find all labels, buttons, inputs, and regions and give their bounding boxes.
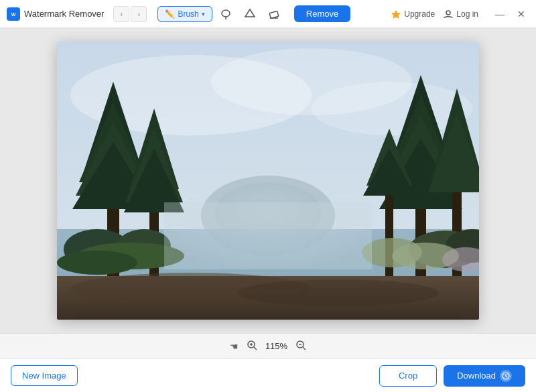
window-controls: — ✕ — [492, 6, 529, 22]
toolbar-tools: ✏️ Brush ▾ — [157, 5, 284, 23]
forward-button[interactable]: › — [131, 6, 147, 22]
upgrade-button[interactable]: Upgrade — [391, 9, 435, 19]
svg-marker-6 — [391, 10, 401, 19]
svg-line-55 — [303, 347, 306, 350]
svg-point-2 — [222, 10, 230, 17]
remove-button[interactable]: Remove — [294, 5, 350, 22]
svg-point-7 — [446, 11, 450, 15]
download-button[interactable]: Download — [444, 365, 525, 387]
zoom-level: 115% — [265, 341, 287, 351]
titlebar: W Watermark Remover ‹ › ✏️ Brush ▾ — [0, 0, 536, 28]
polygon-tool-button[interactable] — [239, 5, 261, 23]
landscape-image — [57, 42, 479, 320]
zoom-out-icon[interactable] — [295, 340, 306, 352]
eraser-tool-button[interactable] — [263, 5, 285, 23]
back-button[interactable]: ‹ — [113, 6, 129, 22]
close-button[interactable]: ✕ — [513, 6, 529, 22]
svg-rect-49 — [164, 202, 372, 269]
nav-arrows: ‹ › — [113, 6, 147, 22]
bottom-right-actions: Crop Download — [379, 365, 525, 387]
main-canvas-area[interactable] — [0, 28, 536, 333]
brush-dropdown-icon: ▾ — [202, 11, 205, 17]
download-clock-icon — [500, 370, 512, 382]
app-title: Watermark Remover — [24, 9, 104, 19]
svg-point-45 — [57, 251, 137, 275]
titlebar-right: Upgrade Log in — ✕ — [391, 6, 529, 22]
new-image-button[interactable]: New Image — [11, 365, 78, 386]
user-icon — [443, 9, 454, 19]
upgrade-icon — [391, 9, 401, 19]
svg-text:W: W — [11, 12, 16, 17]
svg-line-51 — [254, 347, 257, 350]
app-icon: W — [7, 7, 20, 21]
brush-tool-button[interactable]: ✏️ Brush ▾ — [157, 6, 212, 22]
minimize-button[interactable]: — — [492, 6, 508, 22]
svg-point-48 — [238, 279, 439, 306]
login-button[interactable]: Log in — [443, 9, 478, 19]
svg-rect-4 — [269, 11, 279, 18]
titlebar-left: W Watermark Remover ‹ › ✏️ Brush ▾ — [7, 5, 391, 23]
image-canvas[interactable] — [57, 42, 479, 320]
brush-icon: ✏️ — [165, 9, 175, 19]
bottom-bar: New Image Crop Download — [0, 358, 536, 392]
lasso-tool-button[interactable] — [215, 5, 237, 23]
zoom-bar: ☚ 115% — [0, 333, 536, 358]
crop-button[interactable]: Crop — [379, 365, 437, 387]
hand-tool-icon[interactable]: ☚ — [230, 341, 239, 352]
zoom-in-icon[interactable] — [247, 340, 257, 352]
